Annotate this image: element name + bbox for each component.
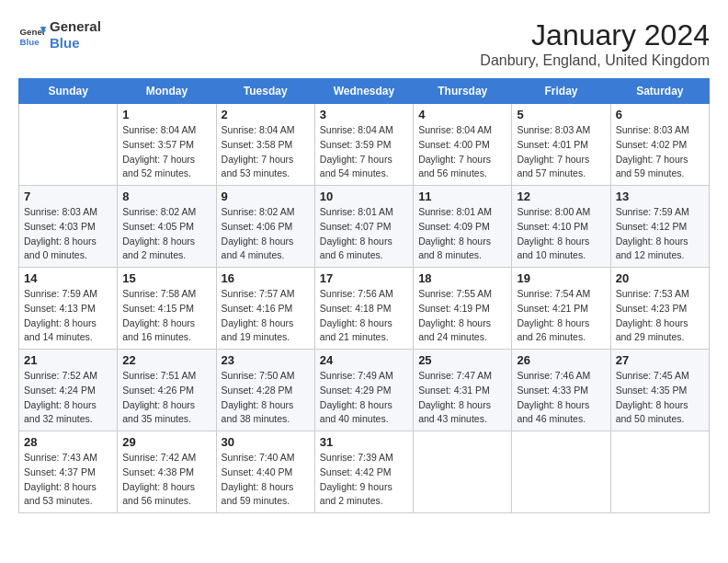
- calendar-cell: [414, 431, 512, 513]
- sunset-text: Sunset: 4:09 PM: [418, 220, 506, 235]
- daylight-text-line1: Daylight: 7 hours: [418, 153, 506, 167]
- daylight-text-line2: and 35 minutes.: [122, 412, 210, 427]
- daylight-text-line1: Daylight: 8 hours: [616, 235, 704, 249]
- day-number: 4: [418, 108, 506, 121]
- sunrise-text: Sunrise: 7:53 AM: [616, 287, 704, 302]
- sunset-text: Sunset: 4:35 PM: [616, 384, 704, 398]
- sunrise-text: Sunrise: 7:51 AM: [122, 369, 210, 384]
- daylight-text-line2: and 8 minutes.: [418, 248, 506, 263]
- daylight-text-line2: and 38 minutes.: [222, 412, 310, 427]
- daylight-text-line1: Daylight: 8 hours: [24, 316, 112, 331]
- calendar-cell: 17Sunrise: 7:56 AMSunset: 4:18 PMDayligh…: [314, 268, 413, 350]
- calendar-cell: 1Sunrise: 8:04 AMSunset: 3:57 PMDaylight…: [118, 104, 216, 186]
- calendar-cell: 18Sunrise: 7:55 AMSunset: 4:19 PMDayligh…: [414, 268, 512, 350]
- sunset-text: Sunset: 4:03 PM: [24, 220, 112, 235]
- day-info: Sunrise: 8:01 AMSunset: 4:09 PMDaylight:…: [418, 205, 506, 263]
- sunrise-text: Sunrise: 7:57 AM: [222, 287, 310, 302]
- day-number: 8: [122, 190, 210, 203]
- sunset-text: Sunset: 4:13 PM: [24, 302, 112, 316]
- sunrise-text: Sunrise: 7:50 AM: [222, 369, 310, 384]
- day-info: Sunrise: 7:59 AMSunset: 4:12 PMDaylight:…: [616, 205, 704, 263]
- day-number: 9: [222, 190, 310, 203]
- calendar-cell: 28Sunrise: 7:43 AMSunset: 4:37 PMDayligh…: [19, 431, 118, 513]
- day-number: 11: [418, 190, 506, 203]
- sunrise-text: Sunrise: 8:01 AM: [418, 205, 506, 220]
- calendar-week-row: 1Sunrise: 8:04 AMSunset: 3:57 PMDaylight…: [19, 104, 710, 186]
- sunset-text: Sunset: 4:38 PM: [122, 465, 210, 480]
- daylight-text-line1: Daylight: 8 hours: [320, 398, 408, 413]
- sunrise-text: Sunrise: 7:59 AM: [24, 287, 112, 302]
- daylight-text-line2: and 56 minutes.: [122, 494, 210, 509]
- day-info: Sunrise: 8:03 AMSunset: 4:02 PMDaylight:…: [616, 123, 704, 181]
- calendar-day-header: Friday: [512, 79, 610, 104]
- sunrise-text: Sunrise: 8:04 AM: [222, 123, 310, 138]
- daylight-text-line2: and 12 minutes.: [616, 248, 704, 263]
- daylight-text-line1: Daylight: 8 hours: [122, 316, 210, 331]
- sunset-text: Sunset: 4:21 PM: [517, 302, 605, 316]
- calendar-cell: 15Sunrise: 7:58 AMSunset: 4:15 PMDayligh…: [118, 268, 216, 350]
- daylight-text-line2: and 46 minutes.: [517, 412, 605, 427]
- day-info: Sunrise: 8:03 AMSunset: 4:01 PMDaylight:…: [517, 123, 605, 181]
- daylight-text-line2: and 53 minutes.: [24, 494, 112, 509]
- day-info: Sunrise: 7:57 AMSunset: 4:16 PMDaylight:…: [222, 287, 310, 345]
- day-number: 29: [122, 435, 210, 449]
- daylight-text-line2: and 10 minutes.: [517, 248, 605, 263]
- daylight-text-line1: Daylight: 8 hours: [517, 316, 605, 331]
- day-number: 15: [122, 271, 210, 285]
- day-number: 28: [24, 435, 112, 449]
- daylight-text-line2: and 52 minutes.: [122, 167, 210, 181]
- calendar-cell: 23Sunrise: 7:50 AMSunset: 4:28 PMDayligh…: [216, 350, 314, 431]
- daylight-text-line1: Daylight: 8 hours: [517, 235, 605, 249]
- calendar-cell: 19Sunrise: 7:54 AMSunset: 4:21 PMDayligh…: [512, 268, 610, 350]
- sunrise-text: Sunrise: 7:45 AM: [616, 369, 704, 384]
- daylight-text-line2: and 54 minutes.: [320, 167, 408, 181]
- calendar-cell: [19, 104, 118, 186]
- daylight-text-line2: and 14 minutes.: [24, 330, 112, 345]
- calendar-cell: 10Sunrise: 8:01 AMSunset: 4:07 PMDayligh…: [314, 186, 413, 268]
- calendar-cell: [512, 431, 610, 513]
- calendar-day-header: Sunday: [19, 79, 118, 104]
- logo: General Blue General Blue: [18, 18, 101, 52]
- daylight-text-line1: Daylight: 7 hours: [320, 153, 408, 167]
- day-number: 30: [222, 435, 310, 449]
- calendar-cell: 25Sunrise: 7:47 AMSunset: 4:31 PMDayligh…: [414, 350, 512, 431]
- daylight-text-line2: and 59 minutes.: [616, 167, 704, 181]
- sunset-text: Sunset: 4:10 PM: [517, 220, 605, 235]
- day-number: 19: [517, 271, 605, 285]
- calendar-cell: 20Sunrise: 7:53 AMSunset: 4:23 PMDayligh…: [610, 268, 709, 350]
- header: General Blue General Blue January 2024 D…: [18, 18, 710, 69]
- sunset-text: Sunset: 4:07 PM: [320, 220, 408, 235]
- day-number: 13: [616, 190, 704, 203]
- sunrise-text: Sunrise: 7:39 AM: [320, 451, 408, 465]
- day-number: 1: [122, 108, 210, 121]
- sunrise-text: Sunrise: 7:55 AM: [418, 287, 506, 302]
- logo-general: General: [50, 18, 101, 35]
- daylight-text-line2: and 19 minutes.: [222, 330, 310, 345]
- svg-text:Blue: Blue: [20, 37, 40, 47]
- daylight-text-line2: and 40 minutes.: [320, 412, 408, 427]
- calendar-cell: 27Sunrise: 7:45 AMSunset: 4:35 PMDayligh…: [610, 350, 709, 431]
- daylight-text-line1: Daylight: 8 hours: [222, 398, 310, 413]
- day-info: Sunrise: 7:58 AMSunset: 4:15 PMDaylight:…: [122, 287, 210, 345]
- day-info: Sunrise: 7:50 AMSunset: 4:28 PMDaylight:…: [222, 369, 310, 427]
- day-number: 24: [320, 353, 408, 367]
- calendar-header: SundayMondayTuesdayWednesdayThursdayFrid…: [19, 79, 710, 104]
- sunrise-text: Sunrise: 7:58 AM: [122, 287, 210, 302]
- day-number: 10: [320, 190, 408, 203]
- daylight-text-line1: Daylight: 8 hours: [616, 316, 704, 331]
- day-number: 20: [616, 271, 704, 285]
- day-info: Sunrise: 7:43 AMSunset: 4:37 PMDaylight:…: [24, 451, 112, 509]
- sunset-text: Sunset: 4:23 PM: [616, 302, 704, 316]
- day-info: Sunrise: 8:01 AMSunset: 4:07 PMDaylight:…: [320, 205, 408, 263]
- sunset-text: Sunset: 3:59 PM: [320, 138, 408, 153]
- sunset-text: Sunset: 4:42 PM: [320, 465, 408, 480]
- sunrise-text: Sunrise: 8:01 AM: [320, 205, 408, 220]
- sunset-text: Sunset: 4:15 PM: [122, 302, 210, 316]
- calendar-day-header: Monday: [118, 79, 216, 104]
- day-number: 7: [24, 190, 112, 203]
- day-number: 27: [616, 353, 704, 367]
- sunrise-text: Sunrise: 7:56 AM: [320, 287, 408, 302]
- sunrise-text: Sunrise: 8:03 AM: [517, 123, 605, 138]
- day-info: Sunrise: 8:02 AMSunset: 4:05 PMDaylight:…: [122, 205, 210, 263]
- sunrise-text: Sunrise: 7:40 AM: [222, 451, 310, 465]
